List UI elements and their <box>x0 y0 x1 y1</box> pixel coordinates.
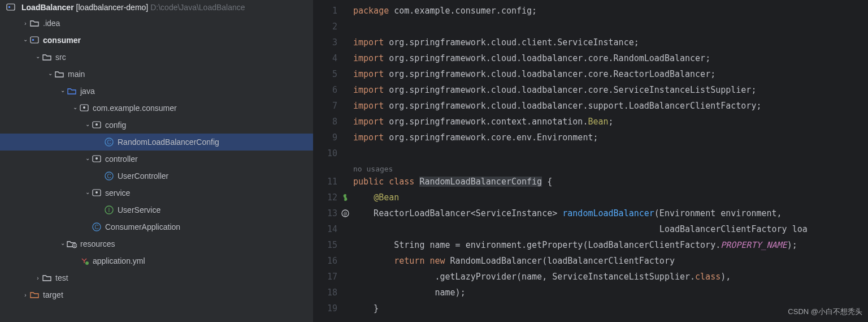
tree-item-UserService[interactable]: IUserService <box>0 201 313 218</box>
tree-label: com.example.consumer <box>93 104 177 113</box>
tree-label: target <box>43 290 63 299</box>
line-number: 13@ <box>314 205 353 221</box>
code-line[interactable]: name); <box>353 285 868 300</box>
project-name: LoadBalancer <box>21 3 74 12</box>
project-path: D:\code\Java\LoadBalance <box>150 3 245 12</box>
line-number: 19 <box>314 300 353 316</box>
code-line[interactable]: import org.springframework.cloud.loadbal… <box>353 50 868 66</box>
code-line[interactable]: } <box>353 300 868 316</box>
bean-gutter-icon[interactable] <box>341 193 350 202</box>
code-line[interactable]: LoadBalancerClientFactory loa <box>353 221 868 237</box>
project-root-row[interactable]: LoadBalancer [loadbalancer-demo] D:\code… <box>0 0 313 15</box>
code-line[interactable] <box>353 19 868 35</box>
chevron-icon[interactable]: ⌄ <box>84 189 92 195</box>
chevron-icon[interactable]: ⌄ <box>59 87 67 93</box>
tree-label: config <box>105 121 126 130</box>
tree-item-test[interactable]: ›test <box>0 269 313 286</box>
folder-res-icon: ⊞ <box>67 239 77 249</box>
folder-icon <box>54 69 64 79</box>
chevron-icon[interactable]: ⌄ <box>21 36 29 42</box>
module-icon <box>29 35 40 45</box>
chevron-icon[interactable]: › <box>21 20 29 27</box>
chevron-icon[interactable]: › <box>34 275 42 281</box>
chevron-icon[interactable]: ⌄ <box>59 240 67 246</box>
chevron-icon[interactable]: ⌄ <box>84 121 92 127</box>
svg-text:C: C <box>94 224 98 230</box>
line-number: 3 <box>314 35 353 50</box>
package-icon <box>92 188 102 198</box>
tree-item--idea[interactable]: ›.idea <box>0 15 313 32</box>
tree-item-application-yml[interactable]: application.yml <box>0 252 313 269</box>
code-line[interactable]: import org.springframework.cloud.loadbal… <box>353 98 868 114</box>
code-line[interactable]: String name = environment.getProperty(Lo… <box>353 237 868 253</box>
line-number: 5 <box>314 66 353 82</box>
chevron-icon[interactable]: ⌄ <box>71 104 79 110</box>
line-number: 1 <box>314 3 353 19</box>
tree-item-src[interactable]: ⌄src <box>0 49 313 66</box>
tree-label: ConsumerApplication <box>105 222 180 231</box>
tree-label: service <box>105 188 130 198</box>
tree-item-consumer[interactable]: ⌄consumer <box>0 32 313 49</box>
code-line[interactable]: import org.springframework.cloud.loadbal… <box>353 66 868 82</box>
interface-icon: I <box>104 205 114 215</box>
editor-code-area[interactable]: package com.example.consumer.config;impo… <box>353 0 868 322</box>
project-alias: [loadbalancer-demo] <box>76 3 149 12</box>
line-number: 7 <box>314 98 353 114</box>
class-icon: C <box>104 137 114 147</box>
class-icon: C <box>92 222 102 232</box>
tree-item-main[interactable]: ⌄main <box>0 66 313 83</box>
tree-item-ConsumerApplication[interactable]: CConsumerApplication <box>0 218 313 235</box>
tree-label: application.yml <box>93 256 145 265</box>
tree-item-resources[interactable]: ⌄⊞resources <box>0 235 313 252</box>
chevron-icon[interactable]: ⌄ <box>84 155 92 161</box>
tree-item-RandomLoadBalancerConfig[interactable]: CRandomLoadBalancerConfig <box>0 134 313 151</box>
project-tree-panel[interactable]: LoadBalancer [loadbalancer-demo] D:\code… <box>0 0 314 322</box>
code-line[interactable]: ReactorLoadBalancer<ServiceInstance> ran… <box>353 205 868 221</box>
tree-label: controller <box>105 154 138 164</box>
code-line[interactable]: import org.springframework.cloud.client.… <box>353 35 868 50</box>
tree-label: java <box>80 87 95 96</box>
svg-point-11 <box>96 157 98 160</box>
chevron-icon[interactable]: ⌄ <box>34 53 42 59</box>
usages-hint[interactable]: no usages <box>353 161 868 174</box>
module-icon <box>6 2 16 12</box>
yaml-icon <box>79 256 89 266</box>
svg-rect-1 <box>8 6 10 8</box>
code-editor[interactable]: 12345678910111213@141516171819 package c… <box>314 0 868 322</box>
code-line[interactable]: public class RandomLoadBalancerConfig { <box>353 174 868 190</box>
package-icon <box>92 154 102 164</box>
class-icon: C <box>104 171 114 181</box>
code-line[interactable] <box>353 145 868 161</box>
tree-label: consumer <box>43 36 81 45</box>
line-number: 17 <box>314 269 353 285</box>
code-line[interactable]: import org.springframework.cloud.loadbal… <box>353 82 868 98</box>
tree-item-java[interactable]: ⌄java <box>0 83 313 100</box>
override-gutter-icon[interactable]: @ <box>341 209 350 218</box>
tree-item-com-example-consumer[interactable]: ⌄com.example.consumer <box>0 100 313 117</box>
code-line[interactable]: .getLazyProvider(name, ServiceInstanceLi… <box>353 269 868 285</box>
folder-target-icon <box>29 290 40 300</box>
chevron-icon[interactable]: › <box>21 292 29 298</box>
svg-rect-2 <box>31 37 38 43</box>
svg-text:@: @ <box>344 211 347 216</box>
tree-item-controller[interactable]: ⌄controller <box>0 151 313 168</box>
folder-src-icon <box>67 86 77 96</box>
code-line[interactable]: import org.springframework.core.env.Envi… <box>353 130 868 145</box>
svg-rect-3 <box>32 39 34 41</box>
chevron-icon[interactable]: ⌄ <box>46 70 54 76</box>
code-line[interactable]: return new RandomLoadBalancer(loadBalanc… <box>353 253 868 269</box>
tree-item-service[interactable]: ⌄service <box>0 184 313 201</box>
code-line[interactable]: import org.springframework.context.annot… <box>353 114 868 130</box>
tree-label: .idea <box>43 19 60 28</box>
tree-item-UserController[interactable]: CUserController <box>0 168 313 184</box>
svg-text:C: C <box>107 139 111 145</box>
tree-item-target[interactable]: ›target <box>0 286 313 303</box>
editor-gutter: 12345678910111213@141516171819 <box>314 0 353 322</box>
code-line[interactable]: @Bean <box>353 190 868 205</box>
tree-item-config[interactable]: ⌄config <box>0 117 313 134</box>
code-line[interactable]: package com.example.consumer.config; <box>353 3 868 19</box>
tree-label: test <box>55 273 68 282</box>
svg-point-15 <box>96 191 98 194</box>
line-number: 8 <box>314 114 353 130</box>
svg-text:⊞: ⊞ <box>73 244 76 248</box>
